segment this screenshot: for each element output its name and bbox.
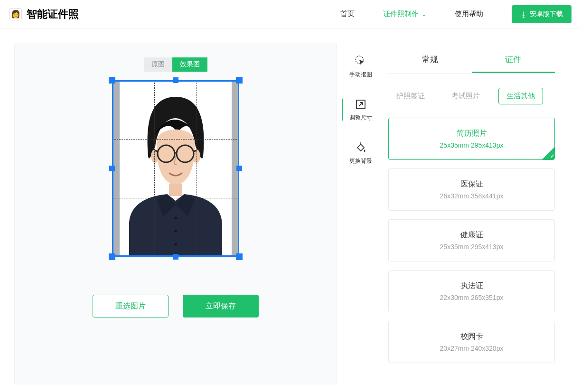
- sizes-panel: 常规 证件 护照签证 考试照片 生活其他 简历照片 25x35mm 295x41…: [380, 43, 572, 384]
- handle-br[interactable]: [236, 253, 243, 260]
- editor-actions: 重选图片 立即保存: [93, 295, 259, 317]
- logo[interactable]: 👩 智能证件照: [9, 7, 79, 21]
- size-dim: 20x27mm 240x320px: [394, 345, 550, 352]
- logo-avatar-icon: 👩: [9, 8, 22, 20]
- size-name: 校园卡: [394, 332, 550, 342]
- grid-hline-2: [112, 198, 239, 198]
- paint-bucket-icon: [354, 141, 367, 154]
- svg-line-6: [155, 150, 158, 151]
- tab-certificate[interactable]: 证件: [472, 47, 555, 73]
- nav-home[interactable]: 首页: [340, 9, 355, 19]
- handle-tl[interactable]: [109, 77, 115, 84]
- handle-r[interactable]: [236, 166, 242, 171]
- nav-help[interactable]: 使用帮助: [455, 9, 483, 19]
- size-card-medical[interactable]: 医保证 26x32mm 358x441px: [388, 168, 555, 211]
- grid-vline-1: [154, 80, 155, 257]
- header: 👩 智能证件照 首页 证件照制作 ⌄ 使用帮助 ⭳ 安卓版下载: [0, 0, 581, 28]
- tab-normal[interactable]: 常规: [388, 47, 472, 73]
- size-dim: 25x35mm 295x413px: [394, 141, 550, 149]
- tool-resize[interactable]: 调整尺寸: [342, 95, 380, 124]
- nav-make-photo[interactable]: 证件照制作 ⌄: [383, 9, 426, 19]
- tool-manual-cut-label: 手动抠图: [349, 71, 372, 79]
- grid-hline-1: [112, 139, 239, 140]
- category-tabs: 常规 证件: [388, 47, 555, 74]
- app-title: 智能证件照: [27, 7, 79, 21]
- person-photo-icon: [120, 80, 232, 257]
- size-dim: 22x30mm 265x351px: [394, 294, 550, 301]
- subtab-exam[interactable]: 考试照片: [443, 88, 488, 104]
- resize-icon: [354, 98, 367, 111]
- download-icon: ⭳: [520, 10, 527, 18]
- handle-b[interactable]: [173, 254, 178, 260]
- handle-bl[interactable]: [109, 253, 115, 260]
- svg-line-7: [194, 150, 197, 151]
- size-name: 执法证: [394, 281, 550, 291]
- size-card-law[interactable]: 执法证 22x30mm 265x351px: [388, 270, 555, 312]
- size-dim: 26x32mm 358x441px: [394, 192, 550, 200]
- handle-t[interactable]: [173, 77, 178, 83]
- svg-point-11: [175, 243, 177, 246]
- save-button[interactable]: 立即保存: [183, 295, 259, 317]
- tool-change-bg[interactable]: 更换背景: [342, 139, 380, 168]
- cursor-dashed-icon: [354, 55, 367, 68]
- size-card-health[interactable]: 健康证 25x35mm 295x413px: [388, 219, 555, 261]
- handle-l[interactable]: [109, 166, 115, 171]
- size-name: 简历照片: [394, 129, 550, 139]
- nav-make-label: 证件照制作: [383, 9, 419, 19]
- sub-tabs: 护照签证 考试照片 生活其他: [388, 88, 555, 104]
- subtab-life[interactable]: 生活其他: [498, 88, 543, 104]
- grid-vline-2: [197, 80, 197, 257]
- toggle-original-button[interactable]: 原图: [144, 57, 172, 72]
- subtab-passport[interactable]: 护照签证: [388, 88, 433, 104]
- chevron-down-icon: ⌄: [422, 11, 426, 18]
- size-list: 简历照片 25x35mm 295x413px 医保证 26x32mm 358x4…: [388, 118, 555, 363]
- main-nav: 首页 证件照制作 ⌄ 使用帮助 ⭳ 安卓版下载: [340, 5, 572, 23]
- reselect-image-button[interactable]: 重选图片: [93, 295, 169, 317]
- svg-point-9: [175, 217, 177, 219]
- preview-toggle: 原图 效果图: [144, 57, 207, 72]
- svg-rect-8: [169, 184, 182, 196]
- tool-rail: 手动抠图 调整尺寸 更换背景: [342, 43, 380, 384]
- toggle-preview-button[interactable]: 效果图: [172, 57, 207, 72]
- svg-point-10: [175, 230, 177, 233]
- size-card-resume[interactable]: 简历照片 25x35mm 295x413px: [388, 118, 555, 160]
- size-name: 健康证: [394, 230, 550, 240]
- download-label: 安卓版下载: [530, 10, 563, 19]
- size-name: 医保证: [394, 179, 550, 189]
- download-android-button[interactable]: ⭳ 安卓版下载: [512, 5, 572, 23]
- tool-manual-cut[interactable]: 手动抠图: [342, 52, 380, 81]
- crop-frame[interactable]: [112, 80, 239, 257]
- check-icon: [542, 147, 554, 159]
- tool-change-bg-label: 更换背景: [349, 157, 372, 165]
- photo-preview: [120, 80, 232, 257]
- size-dim: 25x35mm 295x413px: [394, 243, 550, 251]
- tool-resize-label: 调整尺寸: [349, 114, 372, 122]
- handle-tr[interactable]: [236, 77, 243, 84]
- editor-panel: 原图 效果图: [14, 43, 337, 384]
- right-column: 手动抠图 调整尺寸 更换背景 常规 证件 护照签证: [337, 43, 572, 384]
- size-card-campus[interactable]: 校园卡 20x27mm 240x320px: [388, 321, 555, 363]
- main-content: 原图 效果图: [0, 28, 581, 384]
